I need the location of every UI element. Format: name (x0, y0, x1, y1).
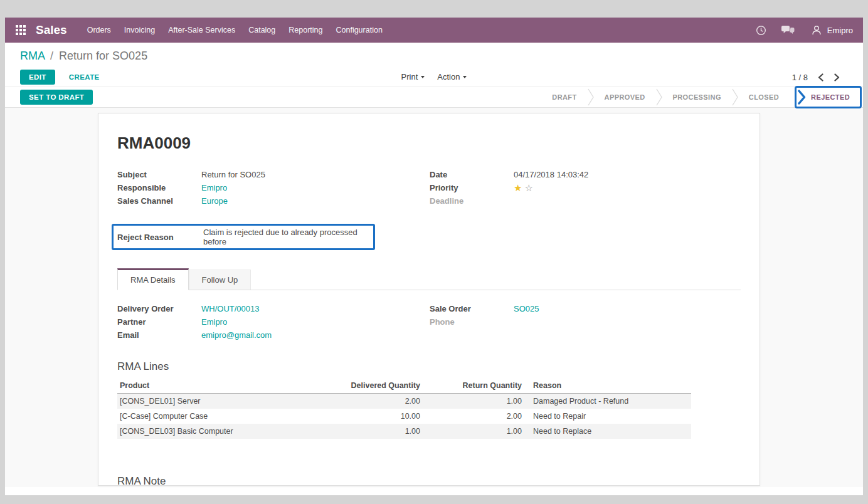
header-field-group: Subject Return for SO025 Responsible Emi… (117, 168, 741, 207)
field-label: Subject (117, 170, 201, 179)
field-email: Email emipro@gmail.com (117, 328, 430, 342)
stage-separator-icon (656, 88, 662, 106)
stage-draft[interactable]: DRAFT (541, 93, 587, 101)
cell-product: [CONS_DEL03] Basic Computer (117, 424, 340, 439)
details-field-group: Delivery Order WH/OUT/00013 Partner Emip… (117, 302, 741, 342)
pager-next-button[interactable] (834, 73, 840, 81)
messages-icon[interactable] (781, 25, 795, 35)
reject-reason-label: Reject Reason (117, 233, 203, 242)
field-deadline: Deadline (430, 194, 741, 207)
rma-note-heading: RMA Note (117, 475, 741, 488)
form-view-container: RMA0009 Subject Return for SO025 Respons… (5, 108, 863, 487)
edit-button[interactable]: EDIT (20, 70, 55, 85)
column-header-reason: Reason (524, 378, 691, 394)
set-to-draft-button[interactable]: SET TO DRAFT (20, 90, 93, 105)
partner-link[interactable]: Emipro (201, 317, 227, 327)
field-phone: Phone (430, 315, 741, 328)
action-dropdown-label: Action (437, 72, 460, 81)
action-menus: Print Action (20, 72, 848, 81)
cell-reason: Need to Replace (524, 424, 691, 439)
user-avatar-icon (811, 24, 822, 36)
sales-channel-link[interactable]: Europe (201, 196, 228, 206)
field-label: Sale Order (430, 304, 514, 313)
nav-item-catalog[interactable]: Catalog (248, 26, 275, 34)
rma-details-tab-panel: Delivery Order WH/OUT/00013 Partner Emip… (117, 290, 741, 488)
cell-return-quantity: 2.00 (423, 409, 524, 424)
field-partner: Partner Emipro (117, 315, 430, 328)
record-title: RMA0009 (117, 134, 741, 153)
cell-reason: Damaged Product - Refund (524, 394, 691, 409)
stage-chevron-icon (798, 90, 806, 105)
top-navbar: Sales Orders Invoicing After-Sale Servic… (5, 18, 863, 43)
column-header-return-quantity: Return Quantity (423, 378, 524, 394)
create-button[interactable]: CREATE (65, 73, 103, 81)
field-priority: Priority ★☆ (430, 181, 741, 194)
field-label: Responsible (117, 183, 201, 192)
breadcrumb-current: Return for SO025 (59, 50, 147, 62)
nav-item-invoicing[interactable]: Invoicing (124, 26, 155, 34)
app-window: Sales Orders Invoicing After-Sale Servic… (5, 18, 863, 495)
user-name: Emipro (827, 26, 853, 35)
field-responsible: Responsible Emipro (117, 181, 430, 194)
control-panel: RMA / Return for SO025 EDIT CREATE Print… (5, 43, 863, 87)
table-row[interactable]: [CONS_DEL03] Basic Computer 1.00 1.00 Ne… (117, 424, 691, 439)
priority-star-filled-icon[interactable]: ★ (514, 182, 522, 193)
stage-separator-icon (732, 88, 738, 106)
stage-processing[interactable]: PROCESSING (662, 93, 732, 101)
tab-rma-details[interactable]: RMA Details (117, 268, 189, 290)
field-delivery-order: Delivery Order WH/OUT/00013 (117, 302, 430, 315)
field-value: 04/17/2018 14:03:42 (514, 170, 588, 179)
breadcrumb-separator: / (50, 50, 53, 62)
caret-down-icon (421, 76, 425, 78)
field-label: Sales Channel (117, 196, 201, 206)
app-title[interactable]: Sales (36, 23, 67, 37)
cell-delivered-quantity: 1.00 (340, 424, 423, 439)
activities-clock-icon[interactable] (756, 25, 766, 36)
apps-menu-icon[interactable] (16, 25, 26, 35)
table-header-row: Product Delivered Quantity Return Quanti… (117, 378, 691, 394)
table-row[interactable]: [C-Case] Computer Case 10.00 2.00 Need t… (117, 409, 691, 424)
breadcrumb: RMA / Return for SO025 (20, 50, 848, 63)
field-sale-order: Sale Order SO025 (430, 302, 741, 315)
cell-delivered-quantity: 10.00 (340, 409, 423, 424)
pager-previous-button[interactable] (817, 73, 824, 81)
field-label: Delivery Order (117, 304, 201, 313)
caret-down-icon (463, 76, 467, 78)
print-dropdown[interactable]: Print (401, 72, 425, 81)
nav-item-configuration[interactable]: Configuration (336, 26, 382, 34)
action-dropdown[interactable]: Action (437, 72, 467, 81)
notebook-tabs: RMA Details Follow Up (117, 268, 741, 290)
navbar-systray: Emipro (741, 24, 853, 36)
nav-item-after-sale-services[interactable]: After-Sale Services (168, 26, 235, 34)
form-sheet: RMA0009 Subject Return for SO025 Respons… (98, 113, 760, 486)
print-dropdown-label: Print (401, 72, 418, 81)
field-label: Date (430, 170, 514, 179)
field-label: Partner (117, 317, 201, 327)
nav-item-reporting[interactable]: Reporting (288, 26, 322, 34)
breadcrumb-parent-link[interactable]: RMA (20, 50, 45, 62)
pager-count: 1 / 8 (792, 73, 808, 82)
active-stage-highlight: REJECTED (795, 86, 862, 108)
rma-lines-heading: RMA Lines (117, 360, 741, 373)
stage-separator-icon (588, 88, 594, 106)
sale-order-link[interactable]: SO025 (514, 304, 539, 313)
responsible-link[interactable]: Emipro (201, 183, 227, 192)
delivery-order-link[interactable]: WH/OUT/00013 (201, 304, 259, 313)
stage-rejected-active[interactable]: REJECTED (806, 93, 856, 101)
field-label: Email (117, 330, 201, 340)
column-header-delivered-quantity: Delivered Quantity (340, 378, 423, 394)
record-pager: 1 / 8 (792, 73, 848, 82)
stage-approved[interactable]: APPROVED (594, 93, 656, 101)
reject-reason-value: Claim is rejected due to already process… (203, 228, 367, 246)
field-label: Deadline (430, 196, 514, 206)
table-row[interactable]: [CONS_DEL01] Server 2.00 1.00 Damaged Pr… (117, 394, 691, 409)
user-menu[interactable]: Emipro (811, 24, 853, 36)
field-subject: Subject Return for SO025 (117, 168, 430, 181)
tab-follow-up[interactable]: Follow Up (189, 270, 251, 290)
stage-closed[interactable]: CLOSED (738, 93, 790, 101)
nav-item-orders[interactable]: Orders (87, 26, 111, 34)
cell-return-quantity: 1.00 (423, 424, 524, 439)
email-link[interactable]: emipro@gmail.com (201, 330, 272, 340)
priority-star-empty-icon[interactable]: ☆ (524, 182, 532, 193)
reject-reason-highlight: Reject Reason Claim is rejected due to a… (112, 224, 375, 250)
